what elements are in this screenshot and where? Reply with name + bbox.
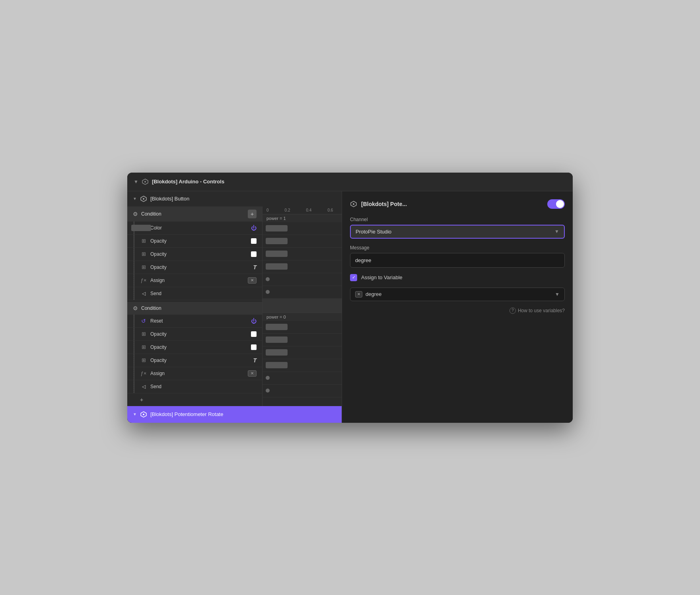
add-plus-button[interactable]: + — [127, 393, 262, 406]
condition-row-2[interactable]: ⚙ Condition — [127, 302, 262, 315]
button-section-chevron: ▼ — [133, 196, 137, 201]
bar-op6 — [266, 362, 288, 368]
window-chevron-icon: ▼ — [134, 179, 138, 185]
dot-send2 — [266, 389, 270, 393]
timeline-row-op4 — [262, 334, 342, 346]
send2-icon: ◁ — [140, 383, 147, 390]
tree-item-opacity-1[interactable]: ⊞ Opacity — [127, 235, 262, 248]
timeline-row-assign1 — [262, 273, 342, 286]
opacity6-label: Opacity — [150, 358, 250, 363]
opacity1-swatch — [251, 238, 257, 244]
send2-label: Send — [150, 384, 257, 389]
tree-item-color[interactable]: 🎨 Color ⏻ — [127, 222, 262, 235]
tree-item-assign-1[interactable]: ƒ× Assign ✕ — [127, 274, 262, 287]
button-section-icon — [140, 195, 147, 202]
assign2-label: Assign — [150, 371, 245, 376]
color-power-icon: ⏻ — [251, 225, 257, 231]
power-label-1: power = 1 — [262, 214, 342, 222]
timeline-row-assign2 — [262, 372, 342, 385]
app-window: ▼ [Blokdots] Arduino - Controls ▼ [Blo — [127, 173, 573, 423]
tree-item-opacity-2[interactable]: ⊞ Opacity — [127, 248, 262, 261]
reset-icon: ↺ — [140, 317, 147, 325]
opacity5-icon: ⊞ — [140, 344, 147, 351]
right-header-icon — [350, 200, 357, 208]
opacity6-icon: ⊞ — [140, 357, 147, 364]
timeline-ruler: 0 0.2 0.4 0.6 — [262, 206, 342, 214]
bar-op2 — [266, 251, 288, 257]
ruler-mark-0: 0 — [266, 208, 269, 212]
svg-point-3 — [143, 198, 144, 200]
bar-reset — [266, 324, 288, 330]
bar-op1 — [266, 238, 288, 244]
help-text: How to use variables? — [518, 308, 565, 313]
bar-color — [266, 225, 288, 231]
tree-item-opacity-4[interactable]: ⊞ Opacity — [127, 328, 262, 341]
tree-item-reset[interactable]: ↺ Reset ⏻ — [127, 315, 262, 328]
dot-assign1 — [266, 277, 270, 281]
dot-assign2 — [266, 376, 270, 380]
assign-label: Assign to Variable — [361, 274, 402, 280]
channel-value: ProtoPie Studio — [356, 229, 391, 235]
toggle-knob — [556, 200, 564, 208]
send1-label: Send — [150, 291, 257, 296]
tree-item-send-2[interactable]: ◁ Send — [127, 380, 262, 393]
svg-point-5 — [143, 414, 144, 415]
assign1-badge: ✕ — [248, 277, 257, 284]
channel-arrow-icon: ▼ — [554, 229, 559, 234]
timeline-area: ⚙ Condition + 🎨 Color ⏻ ⊞ Opacity — [127, 206, 342, 406]
assign-to-variable-row: ✓ Assign to Variable — [350, 274, 565, 281]
timeline-row-op2 — [262, 248, 342, 261]
bar-op3 — [266, 263, 288, 270]
tree-item-opacity-5[interactable]: ⊞ Opacity — [127, 341, 262, 354]
channel-label: Channel — [350, 217, 565, 222]
assign-checkbox[interactable]: ✓ — [350, 274, 357, 281]
color-item-label: Color — [150, 225, 248, 231]
opacity3-text-icon: T — [253, 264, 257, 270]
enable-toggle[interactable] — [547, 199, 565, 209]
left-panel: ▼ [Blokdots] Button ⚙ Condition — [127, 191, 342, 423]
tree-item-opacity-3[interactable]: ⊞ Opacity T — [127, 261, 262, 274]
button-section-header[interactable]: ▼ [Blokdots] Button — [127, 191, 342, 206]
pot-section-title: [Blokdots] Potentiometer Rotate — [150, 411, 224, 417]
opacity3-icon: ⊞ — [140, 264, 147, 271]
tree-item-send-1[interactable]: ◁ Send — [127, 287, 262, 300]
timeline-row-color — [262, 222, 342, 235]
timeline-row-op5 — [262, 346, 342, 359]
timeline-row-send2 — [262, 385, 342, 397]
ruler-mark-02: 0.2 — [285, 208, 290, 212]
bar-op4 — [266, 336, 288, 343]
add-button-1[interactable]: + — [248, 210, 257, 218]
message-input[interactable]: degree — [350, 253, 565, 268]
help-circle-icon: ? — [509, 307, 516, 314]
tree-panel: ⚙ Condition + 🎨 Color ⏻ ⊞ Opacity — [127, 206, 262, 406]
reset-label: Reset — [150, 318, 248, 324]
timeline-row-op6 — [262, 359, 342, 372]
condition-icon-1: ⚙ — [133, 211, 138, 217]
ruler-mark-06: 0.6 — [327, 208, 333, 212]
timeline-row-op3 — [262, 261, 342, 273]
pot-section-header[interactable]: ▼ [Blokdots] Potentiometer Rotate — [127, 406, 342, 423]
timeline-condition-2-header — [262, 299, 342, 313]
channel-select[interactable]: ProtoPie Studio ▼ — [350, 225, 565, 239]
power-label-2: power = 0 — [262, 313, 342, 321]
send1-icon: ◁ — [140, 290, 147, 297]
timeline-track: 0 0.2 0.4 0.6 power = 1 — [262, 206, 342, 406]
opacity5-label: Opacity — [150, 344, 248, 350]
help-link[interactable]: ? How to use variables? — [509, 307, 565, 314]
variable-arrow-icon: ▼ — [555, 292, 560, 297]
variable-select-label: degree — [366, 291, 552, 297]
window-blokdots-icon — [142, 178, 149, 185]
condition-row-1[interactable]: ⚙ Condition + — [127, 206, 262, 222]
variable-select[interactable]: ✕ degree ▼ — [350, 288, 565, 301]
opacity4-label: Opacity — [150, 331, 248, 337]
message-field: Message degree — [350, 245, 565, 268]
tree-item-assign-2[interactable]: ƒ× Assign ✕ — [127, 367, 262, 380]
opacity4-swatch — [251, 331, 257, 337]
tree-item-opacity-6[interactable]: ⊞ Opacity T — [127, 354, 262, 367]
assign1-icon: ƒ× — [140, 277, 147, 284]
assign1-label: Assign — [150, 278, 245, 283]
message-value: degree — [355, 257, 371, 263]
timeline-row-op1 — [262, 235, 342, 248]
condition-label-1: Condition — [141, 211, 161, 217]
right-panel-title: [Blokdots] Pote... — [361, 201, 543, 207]
